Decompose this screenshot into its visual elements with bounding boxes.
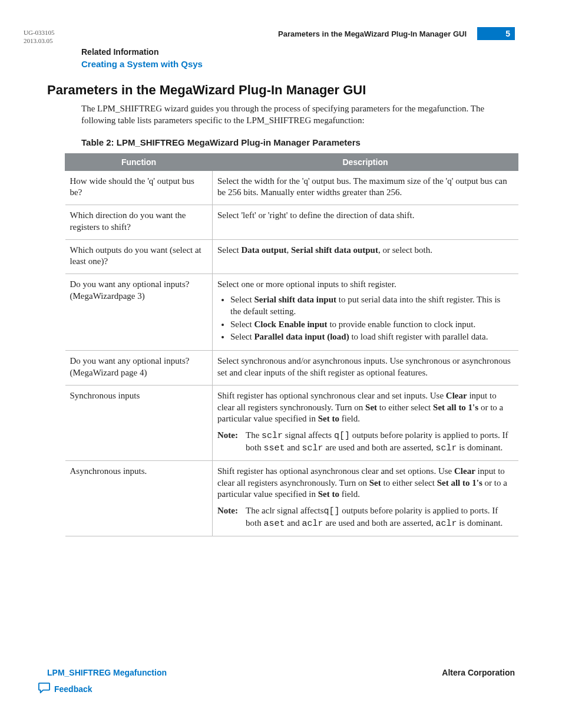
cell-description: Shift register has optional asynchronous… bbox=[213, 460, 518, 536]
cell-function: Which direction do you want the register… bbox=[65, 205, 213, 240]
doc-id-block: UG-033105 2013.03.05 bbox=[24, 28, 55, 45]
section-intro: The LPM_SHIFTREG wizard guides you throu… bbox=[81, 103, 515, 127]
table-row: Synchronous inputs Shift register has op… bbox=[65, 385, 518, 460]
parameters-table: Function Description How wide should the… bbox=[65, 153, 518, 536]
cell-description: Select synchronous and/or asynchronous i… bbox=[213, 351, 518, 386]
cell-function: Synchronous inputs bbox=[65, 385, 213, 460]
table-caption: Table 2: LPM_SHIFTREG MegaWizard Plug-in… bbox=[81, 137, 515, 147]
cell-function: Asynchronous inputs. bbox=[65, 460, 213, 536]
cell-description: Select 'left' or 'right' to define the d… bbox=[213, 205, 518, 240]
related-info-link[interactable]: Creating a System with Qsys bbox=[81, 59, 203, 69]
page-header-right: Parameters in the MegaWizard Plug-In Man… bbox=[278, 27, 515, 40]
col-header-function: Function bbox=[65, 153, 213, 170]
cell-description: Select the width for the 'q' output bus.… bbox=[213, 170, 518, 205]
list-item: Select Serial shift data input to put se… bbox=[230, 294, 514, 318]
cell-function: Do you want any optional inputs? (MegaWi… bbox=[65, 351, 213, 386]
related-info-heading: Related Information bbox=[81, 47, 515, 57]
cell-function: How wide should the 'q' output bus be? bbox=[65, 170, 213, 205]
table-row: Do you want any optional inputs? (MegaWi… bbox=[65, 351, 518, 386]
note: Note: The sclr signal affects q[] output… bbox=[217, 430, 514, 454]
list-item: Select Clock Enable input to provide ena… bbox=[230, 319, 514, 331]
table-row: Which direction do you want the register… bbox=[65, 205, 518, 240]
feedback-icon bbox=[38, 682, 51, 696]
options-list: Select Serial shift data input to put se… bbox=[230, 294, 514, 343]
note: Note: The aclr signal affectsq[] outputs… bbox=[217, 505, 514, 530]
table-row: Which outputs do you want (select at lea… bbox=[65, 239, 518, 274]
cell-function: Which outputs do you want (select at lea… bbox=[65, 239, 213, 274]
table-header-row: Function Description bbox=[65, 153, 518, 170]
table-row: How wide should the 'q' output bus be? S… bbox=[65, 170, 518, 205]
feedback-link[interactable]: Feedback bbox=[38, 682, 92, 696]
section-heading: Parameters in the MegaWizard Plug-In Man… bbox=[47, 83, 515, 98]
cell-description: Select one or more optional inputs to sh… bbox=[213, 274, 518, 351]
cell-description: Shift register has optional synchronous … bbox=[213, 385, 518, 460]
table-row: Asynchronous inputs. Shift register has … bbox=[65, 460, 518, 536]
col-header-description: Description bbox=[213, 153, 518, 170]
table-row: Do you want any optional inputs? (MegaWi… bbox=[65, 274, 518, 351]
list-item: Select Parallel data input (load) to loa… bbox=[230, 331, 514, 343]
page-number-badge: 5 bbox=[477, 27, 515, 40]
cell-function: Do you want any optional inputs? (MegaWi… bbox=[65, 274, 213, 351]
doc-date: 2013.03.05 bbox=[24, 37, 53, 44]
doc-id: UG-033105 bbox=[24, 29, 55, 36]
cell-description: Select Data output, Serial shift data ou… bbox=[213, 239, 518, 274]
page-number: 5 bbox=[505, 29, 510, 38]
footer-company: Altera Corporation bbox=[442, 668, 515, 677]
header-section-title: Parameters in the MegaWizard Plug-In Man… bbox=[278, 29, 467, 38]
footer-left-link[interactable]: LPM_SHIFTREG Megafunction bbox=[47, 668, 167, 677]
feedback-label: Feedback bbox=[54, 684, 92, 694]
